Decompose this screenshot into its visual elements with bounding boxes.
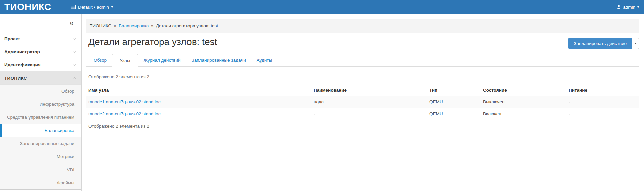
chevron-down-icon bbox=[73, 63, 76, 66]
breadcrumb-item: ТИОНИКС bbox=[90, 23, 111, 28]
breadcrumb-separator: » bbox=[114, 23, 116, 28]
column-header-power: Питание bbox=[566, 85, 639, 96]
tab-scheduled-tasks[interactable]: Запланированные задачи bbox=[186, 54, 251, 66]
chevron-up-icon bbox=[73, 77, 76, 80]
sidebar-section-label: Проект bbox=[4, 36, 20, 41]
chevron-down-icon bbox=[73, 50, 76, 53]
table-row: mnode1.ana-cnt7q-ovs-02.stand.loc нода Q… bbox=[86, 96, 639, 108]
sidebar-collapse-row: « bbox=[0, 14, 81, 32]
cell-naming: нода bbox=[311, 96, 427, 108]
column-header-naming: Наименование bbox=[311, 85, 427, 96]
tab-audits[interactable]: Аудиты bbox=[251, 54, 277, 66]
table-row: mnode2.ana-cnt7q-ovs-02.stand.loc - QEMU… bbox=[86, 108, 639, 120]
column-header-node-name: Имя узла bbox=[86, 85, 311, 96]
sidebar: « Проект Администратор Идентификация ТИО… bbox=[0, 14, 82, 191]
sidebar-item-balancing[interactable]: Балансировка bbox=[0, 124, 81, 137]
sidebar-section-label: Администратор bbox=[4, 49, 40, 54]
cell-state: Выключен bbox=[480, 96, 566, 108]
column-header-state: Состояние bbox=[480, 85, 566, 96]
sidebar-item-frames[interactable]: Фреймы bbox=[0, 176, 81, 189]
cell-type: QEMU bbox=[427, 96, 480, 108]
tab-action-log[interactable]: Журнал действий bbox=[138, 54, 186, 66]
node-link[interactable]: mnode1.ana-cnt7q-ovs-02.stand.loc bbox=[88, 99, 160, 104]
schedule-action-split-button: Запланировать действие ▾ bbox=[568, 38, 639, 49]
breadcrumb: ТИОНИКС » Балансировка » Детали агрегато… bbox=[86, 19, 639, 33]
main-content: ТИОНИКС » Балансировка » Детали агрегато… bbox=[82, 14, 644, 191]
sidebar-section-admin[interactable]: Администратор bbox=[0, 45, 81, 58]
context-switcher-menu[interactable]: Default • admin ▾ bbox=[71, 0, 113, 14]
column-header-type: Тип bbox=[427, 85, 480, 96]
sidebar-item-vdi[interactable]: VDI bbox=[0, 163, 81, 176]
page-title-block: Детали агрегатора узлов: test bbox=[86, 37, 639, 52]
table-header-row: Имя узла Наименование Тип Состояние Пита… bbox=[86, 85, 639, 96]
sidebar-item-metrics[interactable]: Метрики bbox=[0, 150, 81, 163]
schedule-action-button[interactable]: Запланировать действие bbox=[568, 38, 632, 49]
page-title: Детали агрегатора узлов: test bbox=[88, 37, 639, 47]
sidebar-section-identity[interactable]: Идентификация bbox=[0, 58, 81, 71]
breadcrumb-link-balancing[interactable]: Балансировка bbox=[119, 23, 149, 28]
app-logo[interactable]: ТИОНИКС bbox=[4, 0, 51, 14]
user-menu[interactable]: admin ▾ bbox=[616, 0, 639, 14]
sidebar-section-label: Идентификация bbox=[4, 62, 41, 67]
tab-overview[interactable]: Обзор bbox=[88, 54, 112, 66]
cell-power: - bbox=[566, 108, 639, 120]
table-summary-top: Отображено 2 элемента из 2 bbox=[88, 74, 639, 79]
nodes-table: Имя узла Наименование Тип Состояние Пита… bbox=[86, 85, 639, 120]
detail-tabs: Обзор Узлы Журнал действий Запланированн… bbox=[86, 54, 639, 67]
chevron-down-icon: ▾ bbox=[111, 5, 113, 9]
cell-type: QEMU bbox=[427, 108, 480, 120]
sidebar-collapse-button[interactable]: « bbox=[70, 19, 74, 27]
sidebar-item-scheduled-tasks[interactable]: Запланированные задачи bbox=[0, 137, 81, 150]
cell-power: - bbox=[566, 96, 639, 108]
breadcrumb-separator: » bbox=[151, 23, 154, 28]
sidebar-item-infrastructure[interactable]: Инфраструктура bbox=[0, 98, 81, 111]
tab-nodes[interactable]: Узлы bbox=[112, 54, 138, 70]
sidebar-items: Обзор Инфраструктура Средства управления… bbox=[0, 85, 81, 190]
context-switcher-label: Default • admin bbox=[78, 5, 109, 10]
user-icon bbox=[616, 5, 621, 9]
chevron-down-icon: ▾ bbox=[637, 5, 639, 9]
chevron-down-icon: ▾ bbox=[635, 42, 636, 45]
sidebar-item-overview[interactable]: Обзор bbox=[0, 85, 81, 98]
breadcrumb-item-current: Детали агрегатора узлов: test bbox=[156, 23, 218, 28]
top-navbar: ТИОНИКС Default • admin ▾ admin ▾ bbox=[0, 0, 644, 14]
sidebar-section-project[interactable]: Проект bbox=[0, 32, 81, 45]
sidebar-item-power-management[interactable]: Средства управления питанием bbox=[0, 111, 81, 124]
chevron-down-icon bbox=[73, 37, 76, 40]
table-list-icon bbox=[71, 5, 76, 9]
schedule-action-dropdown-toggle[interactable]: ▾ bbox=[632, 38, 639, 49]
sidebar-section-label: ТИОНИКС bbox=[4, 76, 27, 81]
sidebar-section-tionix[interactable]: ТИОНИКС bbox=[0, 71, 81, 85]
cell-state: Включен bbox=[480, 108, 566, 120]
node-link[interactable]: mnode2.ana-cnt7q-ovs-02.stand.loc bbox=[88, 111, 160, 116]
table-summary-bottom: Отображено 2 элемента из 2 bbox=[88, 124, 639, 129]
user-menu-label: admin bbox=[623, 5, 635, 10]
cell-naming: - bbox=[311, 108, 427, 120]
